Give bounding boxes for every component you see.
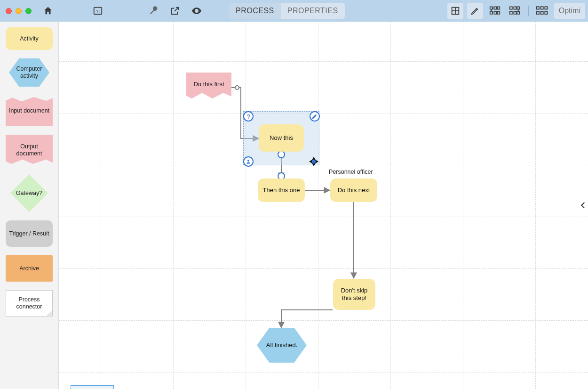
svg-rect-14 xyxy=(514,7,516,9)
svg-rect-24 xyxy=(537,12,539,14)
svg-rect-8 xyxy=(490,12,492,14)
svg-point-27 xyxy=(235,86,239,89)
home-button[interactable] xyxy=(40,3,56,19)
layout-2-button[interactable] xyxy=(507,3,523,19)
selection-move-handle[interactable] xyxy=(308,155,320,168)
svg-rect-17 xyxy=(514,12,516,14)
open-external-icon xyxy=(170,6,180,16)
palette-process-connector[interactable]: Process connector xyxy=(6,290,53,316)
svg-rect-16 xyxy=(509,12,512,14)
svg-rect-22 xyxy=(540,7,543,9)
pencil-icon xyxy=(312,113,318,119)
wrench-button[interactable] xyxy=(145,3,161,19)
selection-help-badge[interactable]: ? xyxy=(243,111,254,122)
svg-rect-23 xyxy=(545,7,547,9)
palette-input-document[interactable]: Input document xyxy=(6,95,53,126)
role-label-personnel-officer: Personnel officer xyxy=(329,169,373,175)
svg-rect-21 xyxy=(537,7,539,9)
window-zoom-button[interactable] xyxy=(25,8,32,14)
layout-blocks-b-icon xyxy=(509,6,520,16)
palette-computer-activity[interactable]: Computer activity xyxy=(9,58,49,87)
person-icon xyxy=(246,159,251,164)
edit-mode-button[interactable] xyxy=(467,3,483,19)
layout-3-button[interactable] xyxy=(534,3,550,19)
wrench-icon xyxy=(148,6,159,16)
palette-activity[interactable]: Activity xyxy=(6,27,53,50)
node-activity-then-this-one[interactable]: Then this one xyxy=(258,178,305,202)
window-minimize-button[interactable] xyxy=(16,8,22,14)
layout-1-button[interactable] xyxy=(487,3,503,19)
selection-edit-badge[interactable] xyxy=(310,111,320,122)
preview-button[interactable] xyxy=(189,3,205,19)
svg-rect-13 xyxy=(509,7,512,9)
layout-blocks-c-icon xyxy=(536,6,549,16)
palette-trigger-result[interactable]: Trigger / Result xyxy=(6,220,53,247)
eye-icon xyxy=(191,5,202,16)
grid-toggle-button[interactable] xyxy=(447,3,463,19)
connectors-layer xyxy=(58,22,576,389)
tab-process[interactable]: PROCESS xyxy=(229,3,281,19)
svg-rect-10 xyxy=(497,12,500,14)
grid-line xyxy=(576,22,576,389)
palette-output-document[interactable]: Output document xyxy=(6,135,53,166)
node-activity-do-this-next[interactable]: Do this next xyxy=(330,178,377,202)
svg-point-33 xyxy=(311,159,316,164)
svg-rect-18 xyxy=(517,12,519,14)
svg-rect-9 xyxy=(494,12,496,14)
right-panel-expand-handle[interactable] xyxy=(578,194,588,217)
tab-properties[interactable]: PROPERTIES xyxy=(281,3,345,19)
palette-archive[interactable]: Archive xyxy=(6,255,53,282)
pencil-icon xyxy=(470,6,480,16)
window-close-button[interactable] xyxy=(6,8,12,14)
svg-rect-6 xyxy=(494,7,496,9)
canvas[interactable]: Do this first ? Now this Then this one D… xyxy=(58,22,588,389)
window-traffic-lights xyxy=(3,8,32,14)
node-activity-dont-skip[interactable]: Don't skip this step! xyxy=(333,279,375,310)
layout-blocks-a-icon xyxy=(489,6,501,16)
palette-gateway[interactable]: Gateway? xyxy=(10,174,48,212)
palette-sidebar: Activity Computer activity Input documen… xyxy=(0,22,58,389)
grid-icon xyxy=(450,6,461,16)
top-toolbar: ?: PROCESS PROPERTIES xyxy=(0,0,588,22)
view-tabs: PROCESS PROPERTIES xyxy=(229,3,345,19)
svg-point-28 xyxy=(247,160,249,162)
selection-user-badge[interactable] xyxy=(243,156,254,167)
help-panel-button[interactable]: ?: xyxy=(90,3,106,19)
svg-text:?:: ?: xyxy=(96,9,100,14)
open-external-button[interactable] xyxy=(167,3,183,19)
optimi-button[interactable]: Optimi xyxy=(554,3,585,19)
toolbar-separator xyxy=(528,6,529,16)
selection-port-bottom[interactable] xyxy=(278,151,285,158)
svg-rect-15 xyxy=(517,7,519,9)
svg-rect-7 xyxy=(497,7,500,9)
svg-rect-5 xyxy=(490,7,492,9)
svg-rect-26 xyxy=(545,12,547,14)
node-activity-now-this[interactable]: Now this xyxy=(259,124,304,152)
home-icon xyxy=(43,6,53,16)
chevron-left-icon xyxy=(579,199,588,212)
help-panel-icon: ?: xyxy=(93,6,103,16)
svg-rect-25 xyxy=(540,12,543,14)
move-icon xyxy=(308,156,319,167)
